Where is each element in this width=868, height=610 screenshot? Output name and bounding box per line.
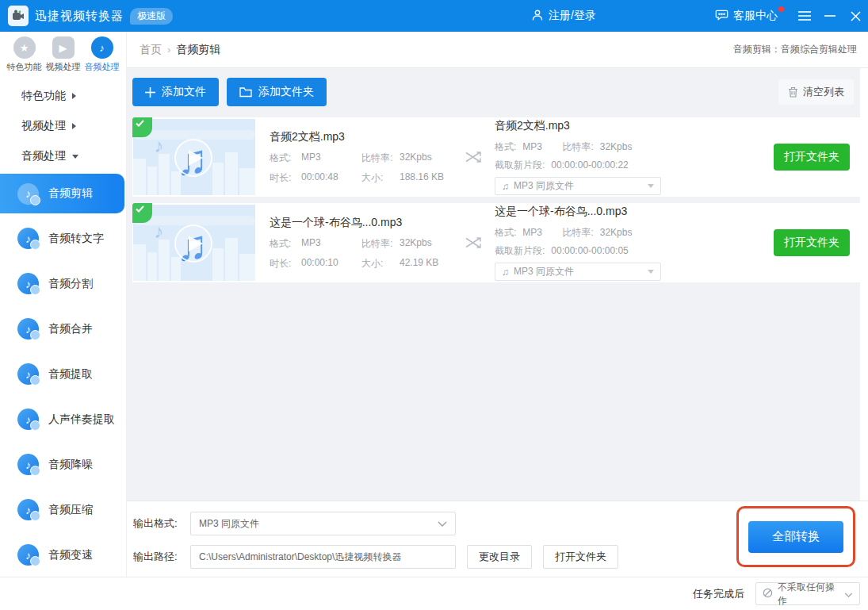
chat-icon	[715, 8, 728, 24]
folder-icon	[239, 87, 252, 98]
app-title: 迅捷视频转换器	[35, 9, 124, 24]
no-action-icon	[763, 588, 773, 600]
convert-all-button[interactable]: 全部转换	[748, 521, 843, 553]
output-file-name: 音频2文档.mp3	[495, 119, 673, 133]
sidebar-item-audio-cut[interactable]: ♪ 音频剪辑	[0, 174, 124, 213]
titlebar: 迅捷视频转换器 极速版 注册/登录 客服中心	[0, 0, 868, 32]
tab-featured[interactable]: ★ 特色功能	[7, 36, 42, 73]
file-size: 42.19 KB	[400, 257, 453, 270]
file-format: MP3	[301, 152, 361, 165]
output-path-field[interactable]: C:\Users\Administrator\Desktop\迅捷视频转换器	[190, 545, 456, 569]
music-note-icon: ♪	[91, 36, 113, 59]
file-row: ♪ ♫ 这是一个球-布谷鸟...0.mp3 格式:MP3 比特率:32Kpbs …	[132, 203, 860, 282]
sidebar-item-audio-speed[interactable]: ♪ 音频变速	[0, 532, 126, 577]
minimize-button[interactable]	[817, 0, 843, 32]
add-file-button[interactable]: 添加文件	[132, 78, 219, 106]
login-button[interactable]: 注册/登录	[531, 9, 596, 24]
close-button[interactable]	[843, 0, 868, 32]
chevron-down-icon	[648, 270, 654, 274]
tab-video[interactable]: ▶ 视频处理	[46, 36, 81, 73]
main-panel: 首页 › 音频剪辑 音频剪辑：音频综合剪辑处理 添加文件 添加文件夹	[127, 32, 868, 577]
sidebar-item-audio-to-text[interactable]: ♪ 音频转文字	[0, 216, 126, 261]
sidebar-item-vocal-separation[interactable]: ♪ 人声伴奏提取	[0, 397, 126, 442]
file-size: 188.16 KB	[400, 171, 453, 185]
audio-speed-icon: ♪	[17, 544, 39, 566]
chevron-down-icon	[72, 155, 78, 159]
shuffle-arrows-icon	[453, 150, 495, 164]
audio-denoise-icon: ♪	[17, 454, 39, 475]
sidebar-item-audio-compress[interactable]: ♪ 音频压缩	[0, 487, 126, 532]
output-file-name: 这是一个球-布谷鸟...0.mp3	[495, 205, 673, 219]
menu-button[interactable]	[792, 0, 817, 32]
segment-range: 00:00:00-00:00:22	[551, 159, 628, 171]
sidebar-group-video[interactable]: 视频处理	[0, 111, 126, 141]
sidebar-item-audio-denoise[interactable]: ♪ 音频降噪	[0, 442, 126, 487]
clear-list-button[interactable]: 清空列表	[778, 79, 854, 105]
music-note-icon: ♫	[502, 181, 509, 192]
app-window: 迅捷视频转换器 极速版 注册/登录 客服中心	[0, 0, 868, 610]
hamburger-icon	[798, 11, 811, 21]
after-task-label: 任务完成后	[693, 587, 744, 601]
svg-text:♪: ♪	[154, 135, 163, 156]
audio-cut-icon: ♪	[17, 183, 39, 205]
app-logo-icon	[8, 6, 29, 26]
chevron-down-icon	[648, 184, 654, 188]
breadcrumb-separator: ›	[167, 44, 170, 56]
chevron-down-icon	[844, 589, 853, 600]
open-folder-button[interactable]: 打开文件夹	[774, 229, 850, 256]
chevron-down-icon	[438, 518, 447, 529]
audio-split-icon: ♪	[17, 273, 39, 294]
file-list-area: 添加文件 添加文件夹 清空列表	[127, 68, 860, 501]
segment-range: 00:00:00-00:00:05	[551, 245, 628, 256]
audio-extract-icon: ♪	[17, 363, 39, 385]
sidebar-item-audio-split[interactable]: ♪ 音频分割	[0, 261, 126, 306]
sidebar-nav: 特色功能 视频处理 音频处理 ♪ 音频剪辑 ♪ 音频转文字 ♪	[0, 73, 126, 577]
file-bitrate: 32Kpbs	[400, 237, 453, 251]
open-folder-button[interactable]: 打开文件夹	[774, 144, 850, 171]
output-format-label: 输出格式:	[133, 516, 190, 531]
output-settings-panel: 输出格式: MP3 同原文件 输出路径: C:\Users\Administra…	[127, 501, 868, 577]
sidebar-group-featured[interactable]: 特色功能	[0, 81, 126, 111]
chevron-right-icon	[72, 93, 76, 99]
selected-check-icon[interactable]	[132, 203, 152, 223]
file-duration: 00:00:48	[301, 171, 361, 185]
breadcrumb: 首页 › 音频剪辑 音频剪辑：音频综合剪辑处理	[127, 32, 868, 68]
output-format-dropdown[interactable]: MP3 同原文件	[190, 512, 456, 535]
add-folder-button[interactable]: 添加文件夹	[227, 78, 327, 106]
close-icon	[851, 11, 861, 21]
output-preset-dropdown[interactable]: ♫ MP3 同原文件	[495, 263, 661, 281]
star-icon: ★	[13, 36, 36, 59]
file-name: 这是一个球-布谷鸟...0.mp3	[270, 216, 453, 230]
file-name: 音频2文档.mp3	[270, 130, 453, 144]
sidebar-item-audio-extract[interactable]: ♪ 音频提取	[0, 351, 126, 397]
breadcrumb-current: 音频剪辑	[176, 43, 220, 57]
after-task-dropdown[interactable]: 不采取任何操作	[755, 582, 860, 605]
file-bitrate: 32Kpbs	[400, 152, 453, 165]
open-output-folder-button[interactable]: 打开文件夹	[543, 545, 618, 569]
svg-text:♪: ♪	[154, 221, 163, 242]
breadcrumb-home[interactable]: 首页	[140, 43, 162, 57]
top-tabs: ★ 特色功能 ▶ 视频处理 ♪ 音频处理	[0, 32, 126, 73]
notification-dot	[778, 6, 784, 12]
selected-check-icon[interactable]	[132, 117, 152, 137]
audio-merge-icon: ♪	[17, 318, 39, 340]
support-center-button[interactable]: 客服中心	[715, 8, 778, 24]
file-format: MP3	[301, 237, 361, 251]
output-info: 音频2文档.mp3 格式:MP3 比特率:32Kpbs 截取新片段:00:00:…	[495, 119, 673, 195]
sidebar-group-audio[interactable]: 音频处理	[0, 141, 126, 171]
sidebar: ★ 特色功能 ▶ 视频处理 ♪ 音频处理 特色功能 视频处理	[0, 32, 127, 577]
version-badge: 极速版	[130, 8, 173, 25]
tab-audio[interactable]: ♪ 音频处理	[85, 36, 120, 73]
support-label: 客服中心	[733, 9, 778, 23]
change-directory-button[interactable]: 更改目录	[467, 545, 532, 569]
output-preset-dropdown[interactable]: ♫ MP3 同原文件	[495, 177, 661, 195]
user-icon	[531, 9, 544, 24]
file-row: ♪ ♫ 音频2文档.mp3 格式:MP3 比特率:32Kpbs 时长:00:00…	[132, 117, 860, 197]
toolbar: 添加文件 添加文件夹 清空列表	[132, 78, 860, 106]
trash-icon	[788, 86, 798, 98]
login-label: 注册/登录	[549, 9, 596, 23]
highlight-annotation: 全部转换	[736, 506, 855, 567]
sidebar-item-audio-merge[interactable]: ♪ 音频合并	[0, 306, 126, 351]
source-info: 这是一个球-布谷鸟...0.mp3 格式:MP3 比特率:32Kpbs 时长:0…	[270, 216, 453, 270]
file-duration: 00:00:10	[301, 257, 361, 270]
